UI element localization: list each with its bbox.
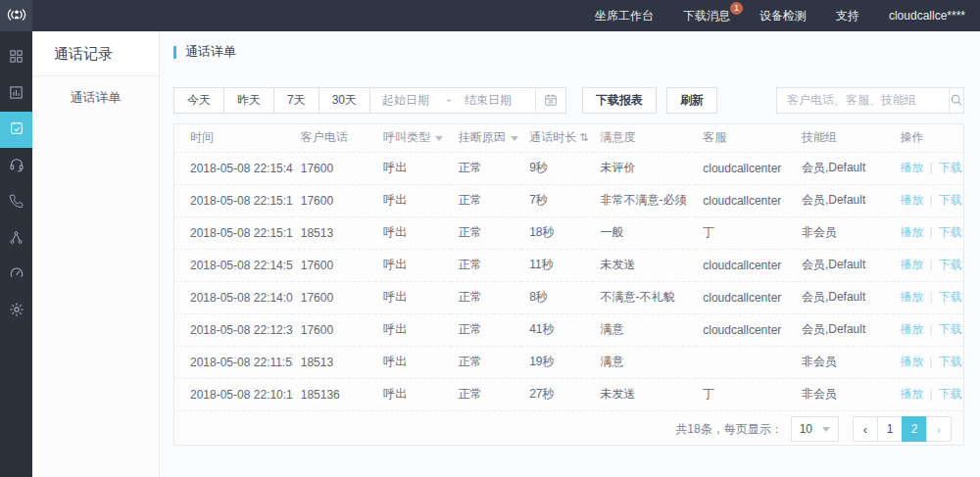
table-footer: 共18条，每页显示： 10 ‹ 1 2 › — [174, 410, 963, 447]
col-label: 呼叫类型 — [383, 130, 430, 144]
play-link[interactable]: 播放 — [901, 225, 924, 239]
settings-gear-icon — [9, 302, 24, 320]
cell-actions: 播放|下载 — [893, 216, 964, 249]
table-row: 2018-05-08 22:11:53 18513 呼出 正常 19秒 满意 非… — [174, 346, 963, 378]
page-button-2[interactable]: 2 — [902, 416, 927, 442]
cell-call-type: 呼出 — [375, 249, 450, 281]
cell-call-type: 呼出 — [375, 346, 450, 378]
sort-icon[interactable]: ⇅ — [579, 131, 588, 143]
cell-agent: cloudcallcenter — [695, 313, 794, 346]
rail-item-phone[interactable] — [0, 184, 32, 220]
filter-today-button[interactable]: 今天 — [173, 87, 224, 114]
refresh-button[interactable]: 刷新 — [666, 87, 717, 114]
cell-time: 2018-05-08 22:14:09 — [174, 281, 293, 313]
cell-call-type: 呼出 — [375, 313, 450, 346]
col-header-hangup-reason[interactable]: 挂断原因 — [451, 124, 521, 152]
col-header-satisfaction: 满意度 — [593, 124, 696, 152]
download-link[interactable]: 下载 — [939, 322, 962, 336]
col-header-call-type[interactable]: 呼叫类型 — [375, 124, 450, 152]
rail-item-monitor[interactable] — [0, 257, 32, 293]
col-header-duration[interactable]: 通话时长⇅ — [521, 124, 592, 152]
cell-call-type: 呼出 — [375, 216, 450, 249]
pagination-summary: 共18条，每页显示： — [675, 421, 782, 438]
cell-hangup-reason: 正常 — [451, 313, 521, 346]
download-link[interactable]: 下载 — [939, 258, 962, 271]
play-link[interactable]: 播放 — [901, 387, 924, 401]
sidebar-item-call-detail[interactable]: 通话详单 — [32, 76, 159, 119]
filter-yesterday-button[interactable]: 昨天 — [223, 87, 274, 114]
call-detail-table: 时间 客户电话 呼叫类型 挂断原因 通话时长⇅ 满意度 客服 技能组 操作 20… — [174, 124, 963, 410]
nav-support[interactable]: 支持 — [821, 0, 874, 31]
rail-item-dashboard[interactable] — [0, 39, 32, 75]
col-header-skill-group: 技能组 — [794, 124, 893, 152]
cell-hangup-reason: 正常 — [451, 378, 521, 410]
call-records-icon — [9, 120, 24, 139]
cell-hangup-reason: 正常 — [451, 184, 521, 216]
date-range-picker[interactable]: 起始日期 - 结束日期 — [369, 87, 566, 114]
cell-hangup-reason: 正常 — [451, 152, 521, 184]
rail-item-agent[interactable] — [0, 148, 32, 184]
play-link[interactable]: 播放 — [901, 258, 924, 271]
calendar-icon[interactable] — [535, 87, 558, 114]
action-separator: | — [924, 290, 939, 304]
download-link[interactable]: 下载 — [939, 387, 962, 401]
nav-label: 支持 — [836, 8, 859, 24]
download-link[interactable]: 下载 — [939, 193, 962, 207]
action-separator: | — [924, 161, 939, 174]
play-link[interactable]: 播放 — [901, 161, 924, 174]
download-link[interactable]: 下载 — [939, 225, 962, 239]
action-separator: | — [924, 258, 939, 271]
cell-actions: 播放|下载 — [893, 313, 964, 346]
nav-download-messages[interactable]: 下载消息 1 — [668, 0, 745, 31]
next-page-button[interactable]: › — [926, 416, 952, 442]
search-button[interactable] — [949, 88, 963, 113]
page-size-select[interactable]: 10 — [791, 416, 839, 442]
cell-agent: 丁 — [695, 378, 794, 410]
start-date-input[interactable]: 起始日期 — [382, 92, 443, 109]
cell-skill-group: 会员,Default — [794, 281, 893, 313]
action-separator: | — [924, 322, 939, 336]
play-link[interactable]: 播放 — [901, 355, 924, 368]
nav-agent-workbench[interactable]: 坐席工作台 — [580, 0, 668, 31]
cell-duration: 27秒 — [521, 378, 592, 410]
play-link[interactable]: 播放 — [901, 193, 924, 207]
nav-device-check[interactable]: 设备检测 — [745, 0, 821, 31]
play-link[interactable]: 播放 — [901, 290, 924, 304]
cell-duration: 11秒 — [521, 249, 592, 281]
download-link[interactable]: 下载 — [939, 161, 962, 174]
bar-chart-icon — [9, 85, 24, 103]
end-date-input[interactable]: 结束日期 — [465, 92, 525, 109]
cell-skill-group: 非会员 — [794, 346, 893, 378]
app-logo[interactable] — [0, 0, 32, 31]
download-link[interactable]: 下载 — [939, 290, 962, 304]
action-separator: | — [924, 193, 939, 207]
prev-page-button[interactable]: ‹ — [853, 416, 878, 442]
play-link[interactable]: 播放 — [901, 322, 924, 336]
filter-30days-button[interactable]: 30天 — [318, 87, 370, 114]
cell-phone: 17600 — [293, 152, 376, 184]
nav-label: 坐席工作台 — [595, 8, 654, 24]
cell-duration: 18秒 — [521, 216, 592, 249]
rail-item-ivr-flow[interactable] — [0, 220, 32, 257]
cell-duration: 7秒 — [521, 184, 592, 216]
download-report-button[interactable]: 下载报表 — [582, 87, 657, 114]
cell-skill-group: 会员,Default — [794, 249, 893, 281]
call-detail-table-card: 时间 客户电话 呼叫类型 挂断原因 通话时长⇅ 满意度 客服 技能组 操作 20… — [173, 123, 964, 446]
rail-item-settings[interactable] — [0, 293, 32, 329]
filter-7days-button[interactable]: 7天 — [273, 87, 319, 114]
gauge-icon — [9, 265, 24, 284]
page-button-1[interactable]: 1 — [877, 416, 903, 442]
rail-item-reports[interactable] — [0, 75, 32, 112]
search-input[interactable] — [777, 88, 949, 113]
rail-item-call-records[interactable] — [0, 112, 32, 148]
title-accent-bar — [173, 46, 176, 59]
nav-account[interactable]: cloudcallce**** — [874, 0, 980, 31]
cell-hangup-reason: 正常 — [451, 281, 521, 313]
cell-satisfaction: 未发送 — [593, 249, 696, 281]
cell-phone: 18513 — [293, 216, 376, 249]
table-row: 2018-05-08 22:10:15 185136 呼出 正常 27秒 未发送… — [174, 378, 963, 410]
cell-call-type: 呼出 — [375, 184, 450, 216]
download-link[interactable]: 下载 — [939, 355, 962, 368]
share-nodes-icon — [9, 230, 24, 248]
main-content: 通话详单 今天 昨天 7天 30天 起始日期 - 结束日期 — [160, 31, 980, 477]
